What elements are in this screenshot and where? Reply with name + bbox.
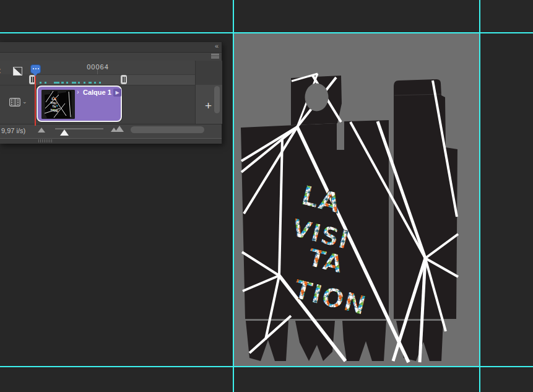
ruler-tick <box>97 69 98 74</box>
header-right-column <box>195 61 222 85</box>
work-area-end-handle[interactable] <box>121 75 127 84</box>
guide-vertical-right <box>479 0 480 392</box>
transition-icon[interactable] <box>13 67 22 76</box>
guide-horizontal-top <box>0 32 533 33</box>
layer-expand-chevron[interactable]: › <box>77 88 79 95</box>
resize-grip[interactable] <box>38 139 53 142</box>
horizontal-scrollbar[interactable] <box>131 126 204 133</box>
chevron-down-icon[interactable]: ⌄ <box>22 98 27 105</box>
guide-horizontal-bottom <box>0 366 533 367</box>
frame-counter: 00064 <box>30 63 166 71</box>
dieline-artwork: LA VISI TA TION <box>233 33 480 367</box>
video-track-icon <box>9 98 20 107</box>
layer-clip[interactable]: LA VISI TA TION › Calque 1 ▶ <box>37 85 122 122</box>
clip-thumbnail: LA VISI TA TION <box>41 90 75 119</box>
playhead-line <box>35 74 36 126</box>
playhead[interactable] <box>30 64 41 74</box>
vertical-scrollbar[interactable] <box>214 86 220 113</box>
layer-name: Calque 1 <box>83 89 111 96</box>
hang-hole <box>305 84 329 111</box>
guide-vertical-left <box>233 0 234 392</box>
timeline-panel: « ‹ 00064 <box>0 42 222 144</box>
collapse-panel-icon[interactable]: « <box>215 42 218 50</box>
clip-play-icon[interactable]: ▶ <box>113 89 121 97</box>
document-canvas: LA VISI TA TION <box>233 33 480 367</box>
panel-tab-strip: « <box>0 42 222 53</box>
frame-rate-label: 9,97 i/s) <box>1 127 25 134</box>
zoom-in-mountain-icon[interactable] <box>115 126 124 132</box>
dieline-panels <box>241 76 457 361</box>
timeline-zoom-slider-thumb[interactable] <box>60 129 69 136</box>
zoom-out-mountain-icon[interactable] <box>38 128 45 133</box>
panel-header <box>0 53 222 61</box>
timeline-ruler[interactable] <box>30 74 195 85</box>
previous-frame-icon[interactable]: ‹ <box>0 65 1 76</box>
panel-footer-strip <box>0 138 222 144</box>
panel-menu-icon[interactable] <box>211 54 219 59</box>
photoshop-workspace: LA VISI TA TION « ‹ 00064 <box>0 0 533 392</box>
